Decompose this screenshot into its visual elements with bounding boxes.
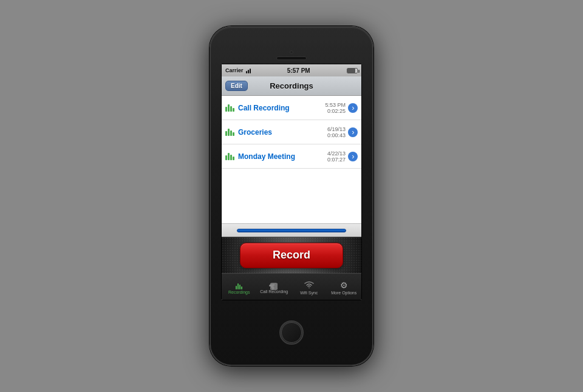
progress-bar[interactable] xyxy=(237,229,346,232)
recording-meta-1: 5:53 PM 0:02:25 xyxy=(325,102,346,114)
tab-more-options-label: More Options xyxy=(331,291,356,295)
recording-name-2: Groceries xyxy=(238,128,327,137)
nav-title: Recordings xyxy=(270,81,313,90)
recording-chevron-2[interactable] xyxy=(348,127,358,137)
front-camera xyxy=(290,50,293,54)
recording-name-3: Monday Meeting xyxy=(238,152,327,161)
recording-waveform-icon-3 xyxy=(225,153,234,160)
recording-meta-3: 4/22/13 0:07:27 xyxy=(327,150,346,163)
phone-device: Carrier 5:57 PM Edit Recordings xyxy=(210,26,373,366)
clock: 5:57 PM xyxy=(287,67,310,74)
more-options-tab-icon: ⚙ xyxy=(340,280,348,290)
recording-item-2[interactable]: Groceries 6/19/13 0:00:43 xyxy=(222,120,361,144)
tab-call-recording-label: Call Recording xyxy=(260,289,288,294)
recording-chevron-1[interactable] xyxy=(348,103,358,113)
edit-button[interactable]: Edit xyxy=(225,81,248,91)
home-button[interactable] xyxy=(279,320,304,345)
phone-bottom xyxy=(279,300,304,365)
tab-bar: Recordings Call Recording xyxy=(222,273,361,300)
recording-chevron-3[interactable] xyxy=(348,152,358,161)
recording-waveform-icon-1 xyxy=(225,104,234,112)
tab-recordings-label: Recordings xyxy=(228,290,250,294)
record-button-label: Record xyxy=(273,249,310,262)
tab-call-recording[interactable]: Call Recording xyxy=(257,274,292,300)
wifi-sync-tab-icon xyxy=(304,281,314,290)
carrier-label: Carrier xyxy=(225,67,244,73)
progress-area xyxy=(222,223,361,237)
record-button[interactable]: Record xyxy=(240,243,343,268)
recording-name-1: Call Recording xyxy=(238,104,325,112)
tab-recordings[interactable]: Recordings xyxy=(222,274,257,300)
recording-waveform-icon-2 xyxy=(225,129,234,136)
battery-icon xyxy=(347,68,358,73)
wifi-icon xyxy=(246,68,251,73)
recording-meta-2: 6/19/13 0:00:43 xyxy=(327,126,346,138)
speaker xyxy=(276,56,307,60)
status-bar: Carrier 5:57 PM xyxy=(222,64,361,76)
tab-more-options[interactable]: ⚙ More Options xyxy=(327,274,362,300)
recordings-list: Call Recording 5:53 PM 0:02:25 Groceries xyxy=(222,96,361,223)
record-area: Record xyxy=(222,237,361,273)
phone-screen: Carrier 5:57 PM Edit Recordings xyxy=(221,64,362,300)
recordings-tab-icon xyxy=(236,281,242,289)
tab-wifi-sync[interactable]: Wifi Sync xyxy=(292,274,327,300)
recording-item-3[interactable]: Monday Meeting 4/22/13 0:07:27 xyxy=(222,144,361,169)
call-recording-tab-icon xyxy=(268,282,279,289)
phone-top xyxy=(211,27,372,64)
nav-bar: Edit Recordings xyxy=(222,76,361,96)
tab-wifi-sync-label: Wifi Sync xyxy=(300,291,318,295)
recording-item-1[interactable]: Call Recording 5:53 PM 0:02:25 xyxy=(222,96,361,120)
